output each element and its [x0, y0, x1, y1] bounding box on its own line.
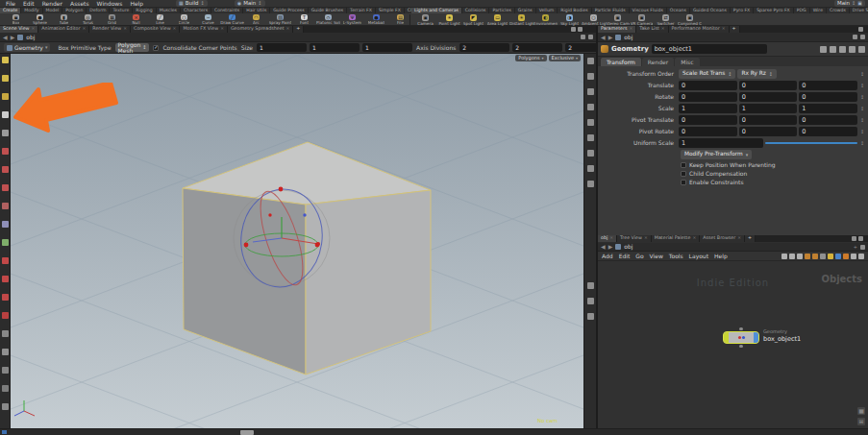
netbar-image-icon[interactable] [835, 254, 841, 259]
pane-tab-motion-fx-view[interactable]: Motion FX View× [180, 26, 228, 33]
viewport-control-icon[interactable] [587, 181, 594, 187]
pane-split-icon[interactable] [858, 236, 863, 241]
back-icon[interactable]: ◀ [601, 244, 606, 250]
viewport-control-icon[interactable] [587, 134, 594, 141]
network-menu-add[interactable]: Add [602, 254, 613, 259]
rotate-field[interactable]: 0 [679, 92, 737, 102]
node-input-connector[interactable] [739, 327, 743, 330]
keep-position-when-parenting-checkbox[interactable] [681, 162, 686, 168]
select-tool-icon[interactable] [2, 111, 9, 118]
transform-order-dropdown[interactable]: Scale Rot Trans ↕ [679, 69, 735, 79]
back-icon[interactable]: ◀ [601, 35, 606, 40]
network-path[interactable]: obj [624, 244, 632, 250]
scale-field[interactable]: 1 [679, 104, 737, 113]
netbar-grid1-icon[interactable] [805, 254, 810, 259]
geometry-node[interactable] [723, 331, 759, 344]
scene-view[interactable]: No cam Polygons ▾ Exclusive ▾ [0, 54, 596, 428]
pin-icon[interactable] [853, 35, 857, 39]
display-flag[interactable] [754, 332, 758, 343]
handles-tool-icon[interactable] [2, 221, 9, 228]
pivot-tool-icon[interactable] [2, 203, 9, 209]
network-menu-view[interactable]: View [650, 254, 663, 259]
timeline-thumb[interactable] [240, 430, 254, 435]
shelf-tool-metaball[interactable]: ●Metaball [364, 13, 388, 25]
netbar-find-icon[interactable] [851, 254, 856, 259]
shelf-tool-stereo-camera[interactable]: ▣Stereo Camera [606, 13, 630, 26]
measure-icon[interactable] [2, 385, 9, 392]
pane-tab-animation-editor[interactable]: Animation Editor× [38, 26, 89, 33]
pane-tab-geometry-spreadsheet[interactable]: Geometry Spreadsheet× [228, 26, 293, 33]
param-tab-misc[interactable]: Misc [675, 58, 699, 66]
primitive-type-dropdown[interactable]: Polygon Mesh ↕ [115, 43, 150, 52]
back-icon[interactable]: ◀ [3, 35, 8, 40]
network-menu-go[interactable]: Go [635, 254, 643, 259]
shelf-tool-spot-light[interactable]: ◤Spot Light [461, 13, 485, 26]
pane-tab-take-list[interactable]: Take List× [636, 26, 668, 33]
pane-menu-icon[interactable] [852, 236, 856, 241]
netbar-color-icon[interactable] [843, 254, 849, 259]
pane-menu-icon[interactable] [571, 27, 576, 32]
shelf-tool-area-light[interactable]: ▭Area Light [485, 13, 509, 26]
scale-field[interactable]: 1 [799, 104, 857, 113]
translate-tool-icon[interactable] [2, 148, 9, 155]
rotate-field[interactable]: 0 [799, 92, 857, 102]
axis-divisions-field[interactable]: 2 [459, 43, 509, 52]
camera-menu-label[interactable]: No cam [537, 418, 558, 423]
translate-field[interactable]: 0 [679, 81, 737, 90]
netbar-gallery-icon[interactable] [820, 254, 826, 259]
shelf-tool-camera[interactable]: ▣Camera [413, 13, 437, 26]
param-ladder-icon[interactable]: ↕ [859, 118, 865, 123]
snap-point-icon[interactable] [2, 294, 9, 301]
translate-field[interactable]: 0 [799, 81, 857, 90]
recook-icon[interactable] [849, 46, 856, 53]
close-icon[interactable]: × [722, 27, 726, 32]
shade-mode-icon[interactable] [2, 349, 9, 355]
scene-path[interactable]: obj [26, 35, 35, 40]
viewport-control-icon[interactable] [587, 104, 594, 110]
close-icon[interactable]: × [737, 236, 741, 241]
menu-help[interactable]: Help [126, 1, 147, 7]
forward-icon[interactable]: ▶ [11, 35, 15, 40]
new-pane-tab-button[interactable]: + [730, 26, 740, 33]
parameter-path[interactable]: obj [624, 35, 632, 40]
new-pane-tab-button[interactable]: + [745, 235, 756, 242]
axis-divisions-field[interactable]: 2 [512, 43, 562, 52]
viewport-control-icon[interactable] [587, 119, 594, 126]
shelf-tool-font[interactable]: TFont [292, 13, 316, 25]
menu-assets[interactable]: Assets [66, 1, 93, 7]
take-selector[interactable]: Main ↕ ▣ [834, 0, 865, 7]
shelf-tool-sky-light[interactable]: ◑Sky Light [558, 13, 582, 26]
size-field[interactable]: 1 [310, 43, 360, 52]
shelf-tool-circle[interactable]: ○Circle [172, 13, 196, 25]
close-icon[interactable]: × [609, 236, 613, 241]
netbar-notes-icon[interactable] [828, 254, 833, 259]
shelf-tool-draw-curve[interactable]: ╱Draw Curve [220, 13, 244, 25]
shelf-tool-environment-light[interactable]: ◐Environment Light [533, 13, 558, 26]
pivot-translate-field[interactable]: 0 [799, 115, 857, 125]
magnifier-icon[interactable] [839, 46, 846, 53]
shelf-tool-vr-camera[interactable]: ▣VR Camera [630, 13, 654, 26]
viewport-control-icon[interactable] [587, 150, 594, 157]
radial-menu-selector[interactable]: ◉ Main ↕ [235, 0, 265, 7]
desktop-selector[interactable]: ▦ Build ↕ [176, 0, 208, 7]
shelf-tool-torus[interactable]: ◎Torus [76, 13, 100, 25]
node-output-connector[interactable] [739, 345, 743, 348]
paint-tool-icon[interactable] [2, 239, 9, 246]
shelf-tool-curve[interactable]: ~Curve [196, 13, 220, 25]
shelf-tool-grid[interactable]: ▦Grid [100, 13, 124, 25]
param-ladder-icon[interactable]: ↕ [859, 141, 865, 146]
node-name-label[interactable]: box_object1 [763, 336, 801, 343]
modify-pre-transform-dropdown[interactable]: Modify Pre-Transform ▾ [681, 150, 752, 159]
close-icon[interactable]: × [32, 27, 36, 32]
pane-split-icon[interactable] [578, 27, 583, 32]
rotate-field[interactable]: 0 [739, 92, 798, 102]
shelf-tool-conjoined-cameras[interactable]: ▣Conjoined Cameras [678, 13, 702, 26]
param-ladder-icon[interactable]: ↕ [859, 130, 865, 134]
shelf-tool-l-system[interactable]: ΨL-System [340, 13, 364, 25]
consolidate-checkbox[interactable]: ✓ [153, 45, 159, 51]
pane-menu-icon[interactable] [858, 27, 863, 32]
select-geometry-type-dropdown[interactable]: Polygons ▾ [515, 55, 546, 61]
pivot-rotate-field[interactable]: 0 [799, 127, 857, 136]
param-ladder-icon[interactable]: ↕ [859, 95, 865, 100]
shelf-tool-spray-paint[interactable]: ▨Spray Paint [268, 13, 292, 25]
